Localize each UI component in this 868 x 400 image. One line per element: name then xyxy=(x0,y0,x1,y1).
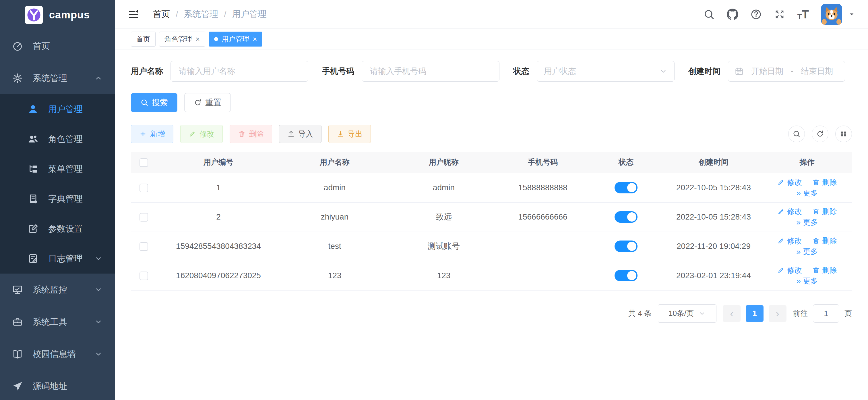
row-more-link[interactable]: »更多 xyxy=(796,276,818,286)
sidebar-item-dict-management[interactable]: 字典管理 xyxy=(0,184,115,214)
cell-user-id: 2 xyxy=(157,202,280,232)
search-button[interactable]: 搜索 xyxy=(131,93,177,112)
close-icon[interactable]: × xyxy=(195,35,200,43)
row-delete-link[interactable]: 删除 xyxy=(812,265,837,275)
sidebar-item-home[interactable]: 首页 xyxy=(0,30,115,62)
status-switch[interactable] xyxy=(615,240,638,252)
row-more-link[interactable]: »更多 xyxy=(796,188,818,198)
pencil-icon xyxy=(777,178,785,186)
import-button[interactable]: 导入 xyxy=(279,125,321,143)
font-size-icon[interactable]: TT xyxy=(797,9,809,20)
cell-user-id: 1 xyxy=(157,173,280,202)
prev-page-button[interactable]: ‹ xyxy=(723,305,741,322)
search-icon[interactable] xyxy=(703,9,715,20)
sidebar-item-label: 角色管理 xyxy=(48,133,83,145)
trash-icon xyxy=(812,208,820,215)
github-icon[interactable] xyxy=(727,9,738,20)
row-edit-link[interactable]: 修改 xyxy=(777,207,802,217)
tab-role-management[interactable]: 角色管理 × xyxy=(159,32,205,47)
log-icon xyxy=(28,253,38,264)
column-settings-button[interactable] xyxy=(835,125,852,142)
chevron-up-icon xyxy=(94,74,103,83)
export-button[interactable]: 导出 xyxy=(329,125,371,143)
next-page-button[interactable]: › xyxy=(769,305,786,322)
edit-button[interactable]: 修改 xyxy=(180,125,223,143)
sidebar-item-system-monitor[interactable]: 系统监控 xyxy=(0,274,115,306)
grid-icon xyxy=(840,130,848,138)
sidebar-fold-icon[interactable] xyxy=(127,8,140,20)
sidebar-item-system-tools[interactable]: 系统工具 xyxy=(0,306,115,338)
table-row: 1 admin admin 15888888888 2022-10-05 15:… xyxy=(131,173,852,202)
tab-label: 角色管理 xyxy=(164,34,192,44)
cell-created: 2022-10-05 15:28:43 xyxy=(665,202,763,232)
phone-input[interactable] xyxy=(362,61,499,82)
goto-label: 前往 xyxy=(793,308,808,318)
toolbox-icon xyxy=(12,316,23,327)
upload-icon xyxy=(287,130,295,138)
select-all-checkbox[interactable] xyxy=(140,158,148,167)
row-checkbox[interactable] xyxy=(140,272,148,280)
chevron-down-icon xyxy=(659,67,668,75)
row-edit-link[interactable]: 修改 xyxy=(777,265,802,275)
user-table: 用户编号 用户名称 用户昵称 手机号码 状态 创建时间 操作 1 admin a… xyxy=(131,152,852,290)
sidebar-item-user-management[interactable]: 用户管理 xyxy=(0,94,115,124)
reset-button[interactable]: 重置 xyxy=(184,93,231,112)
sidebar-item-role-management[interactable]: 角色管理 xyxy=(0,124,115,154)
plus-icon xyxy=(139,130,147,138)
user-icon xyxy=(28,104,38,115)
row-checkbox[interactable] xyxy=(140,242,148,251)
refresh-table-button[interactable] xyxy=(812,125,828,142)
add-button[interactable]: 新增 xyxy=(131,125,174,143)
sidebar-item-label: 用户管理 xyxy=(48,104,83,115)
status-switch[interactable] xyxy=(615,211,638,223)
goto-page-input[interactable] xyxy=(813,304,839,323)
row-more-link[interactable]: »更多 xyxy=(796,247,818,257)
page-size-select[interactable]: 10条/页 xyxy=(658,304,716,323)
sidebar-item-menu-management[interactable]: 菜单管理 xyxy=(0,154,115,184)
status-select[interactable]: 用户状态 xyxy=(537,61,675,82)
sidebar-item-log-management[interactable]: 日志管理 xyxy=(0,244,115,274)
row-edit-link[interactable]: 修改 xyxy=(777,177,802,188)
delete-button[interactable]: 删除 xyxy=(229,125,272,143)
pagination: 共 4 条 10条/页 ‹ 1 › 前往 页 xyxy=(131,304,852,323)
app-logo[interactable]: campus xyxy=(0,0,115,30)
row-checkbox[interactable] xyxy=(140,183,148,192)
sidebar-item-system-management[interactable]: 系统管理 xyxy=(0,62,115,94)
row-delete-link[interactable]: 删除 xyxy=(812,177,837,188)
fullscreen-icon[interactable] xyxy=(774,9,785,20)
avatar[interactable] xyxy=(821,4,842,25)
breadcrumb-home[interactable]: 首页 xyxy=(153,8,170,20)
tab-user-management[interactable]: 用户管理 × xyxy=(209,32,262,47)
help-icon[interactable] xyxy=(750,9,762,20)
chevron-down-icon xyxy=(94,254,103,263)
sidebar-item-source-code[interactable]: 源码地址 xyxy=(0,370,115,400)
search-button-label: 搜索 xyxy=(152,97,168,108)
paper-plane-icon xyxy=(12,381,23,392)
sidebar-item-param-settings[interactable]: 参数设置 xyxy=(0,214,115,244)
current-page-button[interactable]: 1 xyxy=(746,305,764,322)
row-more-link[interactable]: »更多 xyxy=(796,217,818,227)
tab-home[interactable]: 首页 xyxy=(131,32,156,47)
close-icon[interactable]: × xyxy=(253,35,257,43)
page-buttons: ‹ 1 › xyxy=(723,305,786,322)
row-delete-link[interactable]: 删除 xyxy=(812,236,837,246)
status-switch[interactable] xyxy=(615,182,638,193)
cell-phone xyxy=(498,261,587,290)
username-input[interactable] xyxy=(170,61,308,82)
cell-nickname: 测试账号 xyxy=(389,232,498,261)
date-range-picker[interactable]: 开始日期 - 结束日期 xyxy=(728,61,845,82)
gear-icon xyxy=(12,73,23,84)
delete-button-label: 删除 xyxy=(249,129,264,139)
status-switch[interactable] xyxy=(615,270,638,281)
row-delete-link[interactable]: 删除 xyxy=(812,207,837,217)
add-button-label: 新增 xyxy=(150,129,165,139)
column-header-phone: 手机号码 xyxy=(498,152,587,173)
sidebar-item-campus-wall[interactable]: 校园信息墙 xyxy=(0,338,115,370)
show-search-toggle-button[interactable] xyxy=(788,125,805,142)
row-checkbox[interactable] xyxy=(140,213,148,222)
row-edit-link[interactable]: 修改 xyxy=(777,236,802,246)
logo-title: campus xyxy=(49,9,90,21)
import-button-label: 导入 xyxy=(298,129,313,139)
caret-down-icon[interactable] xyxy=(848,11,856,18)
cell-username: admin xyxy=(280,173,389,202)
